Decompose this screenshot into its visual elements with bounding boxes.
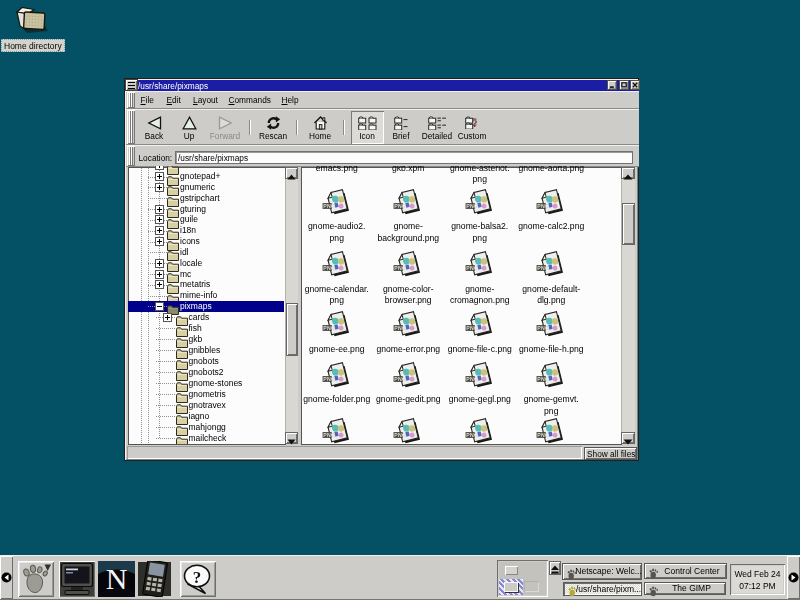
svg-text:PNG: PNG bbox=[394, 325, 406, 331]
svg-text:PNG: PNG bbox=[537, 325, 549, 331]
svg-text:PNG: PNG bbox=[323, 376, 335, 382]
svg-text:?: ? bbox=[472, 118, 477, 129]
svg-text:PNG: PNG bbox=[537, 376, 549, 382]
svg-text:PNG: PNG bbox=[323, 265, 335, 271]
svg-text:PNG: PNG bbox=[466, 325, 478, 331]
svg-text:PNG: PNG bbox=[466, 203, 478, 209]
svg-text:PNG: PNG bbox=[466, 376, 478, 382]
svg-text:PNG: PNG bbox=[394, 376, 406, 382]
svg-text:PNG: PNG bbox=[537, 203, 549, 209]
svg-text:PNG: PNG bbox=[537, 432, 549, 438]
svg-text:PNG: PNG bbox=[394, 432, 406, 438]
svg-text:PNG: PNG bbox=[537, 265, 549, 271]
svg-text:PNG: PNG bbox=[323, 325, 335, 331]
svg-text:PNG: PNG bbox=[394, 203, 406, 209]
svg-text:PNG: PNG bbox=[466, 265, 478, 271]
svg-text:PNG: PNG bbox=[323, 203, 335, 209]
svg-text:N: N bbox=[106, 562, 128, 595]
svg-text:PNG: PNG bbox=[394, 265, 406, 271]
svg-text:?: ? bbox=[193, 568, 202, 587]
svg-text:PNG: PNG bbox=[466, 432, 478, 438]
svg-text:PNG: PNG bbox=[323, 432, 335, 438]
